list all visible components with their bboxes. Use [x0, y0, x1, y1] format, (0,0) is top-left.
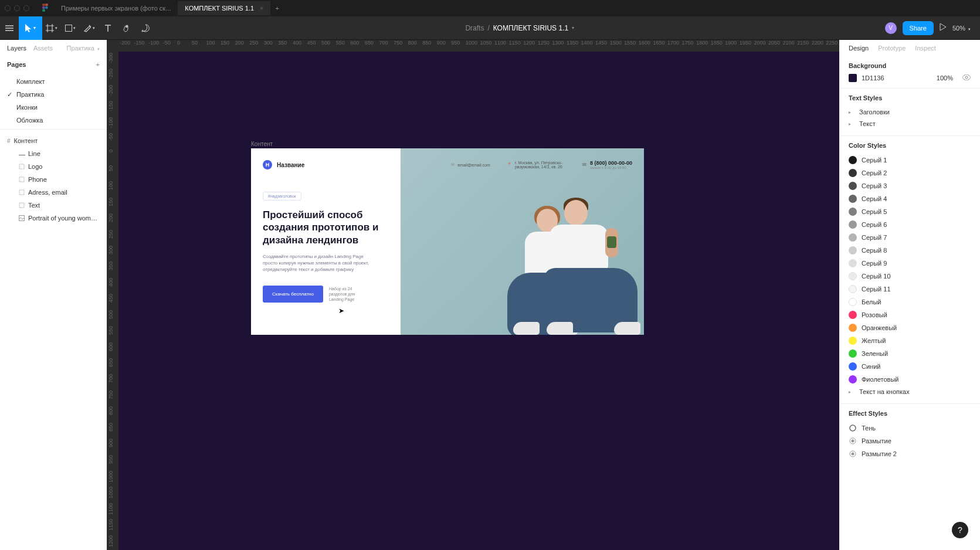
cta-caption: Набор из 24 разделов для Landing Page — [329, 286, 364, 302]
svg-point-14 — [852, 440, 854, 443]
present-button[interactable] — [940, 23, 947, 33]
artboard-content[interactable]: Н Название ✉ email@email.com 📍 г. Москва… — [251, 148, 644, 335]
color-style-item[interactable]: Серый 1 — [849, 154, 971, 167]
layer-frame[interactable]: Контент — [0, 134, 107, 147]
page-item[interactable]: Иконки — [0, 101, 107, 114]
effect-style-item[interactable]: Размытие 2 — [849, 447, 971, 460]
tab-prototype[interactable]: Prototype — [878, 45, 906, 52]
text-style-item[interactable]: ▸ Заголовки — [849, 106, 971, 118]
header-address: 📍 г. Москва, ул. Петровско-разумовская, … — [507, 161, 565, 169]
tab-design[interactable]: Design — [849, 45, 869, 52]
tab-inactive[interactable]: Примеры первых экранов (фото ск... — [54, 1, 178, 15]
right-panel-tabs: Design Prototype Inspect — [839, 40, 980, 56]
layer-text[interactable]: Text — [0, 199, 107, 212]
text-styles-section: Text Styles ▸ Заголовки ▸ Текст — [839, 89, 980, 136]
comment-tool[interactable] — [136, 19, 155, 38]
page-item[interactable]: Практика — [0, 88, 107, 101]
tab-assets[interactable]: Assets — [33, 45, 53, 52]
tab-label: Примеры первых экранов (фото ск... — [61, 5, 171, 12]
layer-phone[interactable]: Phone — [0, 173, 107, 186]
help-button[interactable]: ? — [952, 522, 968, 538]
canvas-area[interactable]: -200-150-100-500501001502002503003504004… — [107, 40, 839, 550]
color-style-item[interactable]: Зеленый — [849, 347, 971, 360]
color-style-item[interactable]: Оранжевый — [849, 321, 971, 334]
close-window[interactable] — [5, 5, 11, 11]
color-style-item[interactable]: Серый 3 — [849, 179, 971, 192]
hand-tool[interactable] — [117, 19, 136, 38]
page-item[interactable]: Обложка — [0, 114, 107, 127]
svg-point-16 — [852, 453, 854, 456]
color-swatch — [849, 337, 857, 345]
figma-logo-icon[interactable] — [42, 4, 48, 13]
separator: / — [487, 24, 489, 32]
bg-color-chip[interactable] — [849, 74, 857, 82]
visibility-icon[interactable] — [962, 74, 971, 82]
color-style-item[interactable]: Серый 7 — [849, 231, 971, 244]
color-style-item[interactable]: Серый 10 — [849, 270, 971, 283]
color-style-item[interactable]: Фиолетовый — [849, 373, 971, 386]
svg-rect-1 — [45, 4, 48, 6]
bg-opacity-value[interactable]: 100% — [937, 74, 953, 82]
svg-point-11 — [965, 76, 968, 79]
tab-page-selector[interactable]: Практика ▾ — [67, 45, 100, 52]
color-swatch — [849, 311, 857, 319]
minimize-window[interactable] — [14, 5, 20, 11]
color-style-item[interactable]: Серый 11 — [849, 283, 971, 296]
chevron-down-icon: ▾ — [968, 27, 971, 31]
color-swatch — [849, 233, 857, 242]
color-name: Серый 8 — [862, 247, 887, 254]
add-page-button[interactable]: + — [96, 61, 100, 68]
effect-style-item[interactable]: Размытие — [849, 434, 971, 447]
canvas[interactable]: Контент Н Название — [118, 52, 839, 550]
color-name: Серый 9 — [862, 260, 887, 267]
bg-hex-value[interactable]: 1D1136 — [862, 74, 884, 82]
color-style-item[interactable]: Серый 5 — [849, 205, 971, 218]
tab-active[interactable]: КОМПЛЕКТ SIRIUS 1.1 × — [178, 1, 270, 15]
pen-tool[interactable]: ▾ — [80, 19, 99, 38]
layer-logo[interactable]: Logo — [0, 160, 107, 173]
color-style-item[interactable]: Белый — [849, 296, 971, 308]
move-tool[interactable] — [19, 16, 42, 40]
menu-button[interactable] — [0, 19, 19, 38]
new-tab-button[interactable]: + — [270, 5, 283, 12]
header-email: ✉ email@email.com — [451, 162, 490, 167]
svg-point-3 — [45, 6, 48, 9]
frame-tool[interactable]: ▾ — [42, 19, 61, 38]
shape-tool[interactable]: ▾ — [61, 19, 80, 38]
color-style-item[interactable]: Розовый — [849, 308, 971, 321]
color-style-item[interactable]: Серый 6 — [849, 218, 971, 231]
color-swatch — [849, 298, 857, 306]
color-style-item[interactable]: Серый 8 — [849, 244, 971, 257]
toolbar-title[interactable]: Drafts / КОМПЛЕКТ SIRIUS 1.1 ▾ — [155, 24, 885, 32]
layer-line[interactable]: — Line — [0, 147, 107, 160]
color-name: Оранжевый — [862, 324, 897, 331]
color-style-item[interactable]: Серый 9 — [849, 257, 971, 270]
background-row[interactable]: 1D1136 100% — [849, 74, 971, 82]
frame-label[interactable]: Контент — [251, 141, 273, 147]
group-icon — [19, 176, 25, 182]
svg-rect-7 — [19, 177, 24, 182]
page-item[interactable]: Комплект — [0, 75, 107, 88]
text-style-item[interactable]: ▸ Текст — [849, 118, 971, 130]
color-style-item[interactable]: Серый 4 — [849, 192, 971, 205]
tab-inspect[interactable]: Inspect — [915, 45, 935, 52]
color-style-item[interactable]: Синий — [849, 360, 971, 373]
maximize-window[interactable] — [23, 5, 29, 11]
effect-style-item[interactable]: Тень — [849, 422, 971, 434]
close-tab-icon[interactable]: × — [260, 5, 263, 12]
color-name: Серый 10 — [862, 273, 891, 280]
text-tool[interactable] — [99, 19, 117, 38]
chevron-down-icon[interactable]: ▾ — [572, 25, 574, 30]
text-on-buttons-style[interactable]: ▸ Текст на кнопках — [849, 386, 971, 398]
svg-point-12 — [850, 425, 856, 431]
layer-address[interactable]: Adress, email — [0, 186, 107, 199]
svg-rect-6 — [19, 164, 24, 169]
tab-layers[interactable]: Layers — [7, 45, 26, 52]
layer-image[interactable]: Portrait of young woman tellin... — [0, 212, 107, 225]
horizontal-ruler: -200-150-100-500501001502002503003504004… — [118, 40, 839, 52]
share-button[interactable]: Share — [903, 21, 934, 35]
user-avatar[interactable]: V — [885, 22, 897, 34]
color-style-item[interactable]: Желтый — [849, 334, 971, 347]
color-style-item[interactable]: Серый 2 — [849, 167, 971, 179]
zoom-selector[interactable]: 50% ▾ — [952, 25, 971, 32]
